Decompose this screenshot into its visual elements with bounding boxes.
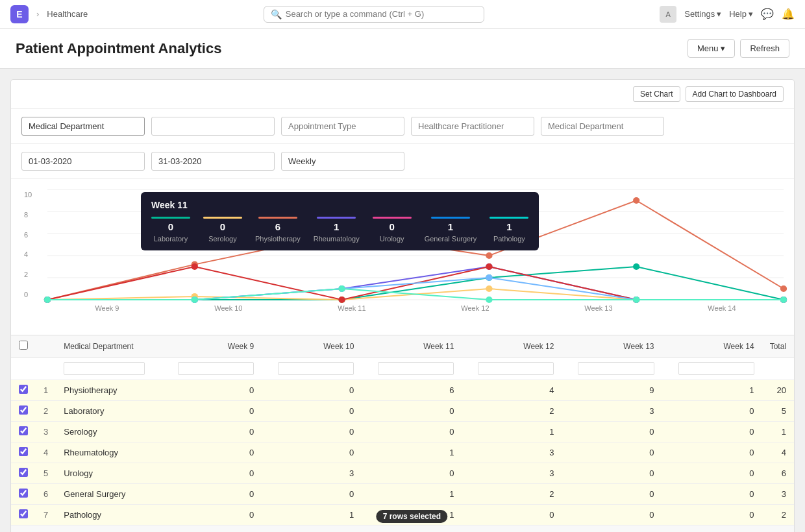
row-checkbox-cell[interactable]	[11, 380, 36, 401]
week10-filter-input[interactable]	[278, 362, 354, 375]
total-val: 1	[762, 422, 794, 442]
dept-filter-input[interactable]	[64, 362, 145, 375]
week11-val: 6	[362, 380, 462, 401]
appointment-type-filter[interactable]	[281, 117, 404, 136]
date-to-filter[interactable]	[151, 152, 275, 171]
svg-point-46	[633, 296, 639, 303]
week9-filter-input[interactable]	[178, 362, 254, 375]
help-button[interactable]: Help ▾	[729, 9, 753, 19]
dept-name: Physiotherapy	[56, 380, 162, 401]
tooltip-title: Week 11	[151, 200, 528, 210]
chart-tooltip: Week 11 0 Laboratory 0 Serology 6 Physio…	[141, 192, 539, 250]
row-checkbox-cell[interactable]	[11, 401, 36, 422]
data-table: Medical Department Week 9 Week 10 Week 1…	[11, 335, 794, 532]
add-chart-button[interactable]: Add Chart to Dashboard	[686, 86, 784, 102]
dept-name: Rheumatology	[56, 442, 162, 463]
week13-header: Week 13	[562, 335, 662, 357]
tooltip-item: 6 Physiotherapy	[255, 217, 301, 243]
week9-val: 0	[162, 380, 262, 401]
svg-point-33	[486, 263, 492, 270]
settings-button[interactable]: Settings ▾	[684, 9, 721, 19]
grand-total: 41	[762, 526, 794, 533]
dept-name: Laboratory	[56, 401, 162, 422]
table-row: 6 General Surgery 0 0 1 2 0 0 3	[11, 484, 794, 505]
table-row: 2 Laboratory 0 0 0 2 3 0 5	[11, 401, 794, 422]
svg-point-45	[486, 296, 492, 303]
week10-val: 0	[262, 484, 362, 505]
svg-point-16	[633, 263, 639, 270]
select-all-header[interactable]	[11, 335, 36, 357]
week11-val: 0	[362, 401, 462, 422]
search-icon: 🔍	[271, 9, 282, 19]
week14-val: 0	[662, 401, 762, 422]
chat-icon[interactable]: 💬	[761, 8, 774, 20]
week10-val: 3	[262, 463, 362, 484]
top-navigation: E › Healthcare 🔍 A Settings ▾ Help ▾ 💬 🔔	[0, 0, 805, 29]
row-checkbox-cell[interactable]	[11, 422, 36, 442]
row-checkbox[interactable]	[19, 447, 28, 456]
table-row: 1 Physiotherapy 0 0 6 4 9 1 20	[11, 380, 794, 401]
period-filter[interactable]	[281, 152, 404, 171]
breadcrumb-separator: ›	[36, 9, 39, 19]
svg-point-44	[338, 285, 345, 292]
week12-val: 3	[462, 463, 562, 484]
row-checkbox[interactable]	[19, 509, 28, 518]
week13-val: 9	[562, 380, 662, 401]
row-checkbox-cell[interactable]	[11, 505, 36, 526]
menu-button[interactable]: Menu ▾	[687, 39, 736, 58]
svg-point-32	[338, 296, 345, 303]
total-val: 3	[762, 484, 794, 505]
svg-point-9	[486, 252, 492, 259]
select-all-checkbox[interactable]	[19, 341, 28, 350]
bell-icon[interactable]: 🔔	[782, 8, 795, 20]
row-number: 6	[36, 484, 56, 505]
week9-val: 0	[162, 505, 262, 526]
search-bar[interactable]: 🔍	[264, 6, 484, 23]
svg-point-42	[44, 296, 51, 303]
row-checkbox[interactable]	[19, 426, 28, 435]
row-checkbox-cell[interactable]	[11, 442, 36, 463]
row-number: 3	[36, 422, 56, 442]
week12-val: 2	[462, 484, 562, 505]
date-from-filter[interactable]	[21, 152, 145, 171]
week9-val: 0	[162, 422, 262, 442]
row-checkbox-cell[interactable]	[11, 484, 36, 505]
total-w12: 15	[462, 526, 562, 533]
svg-point-11	[780, 285, 787, 292]
week10-val: 0	[262, 422, 362, 442]
week12-val: 3	[462, 442, 562, 463]
total-w14: 1	[662, 526, 762, 533]
dept-name: Pathology	[56, 505, 162, 526]
medical-department-filter[interactable]	[21, 117, 145, 136]
row-checkbox[interactable]	[19, 405, 28, 415]
week12-val: 0	[462, 505, 562, 526]
week14-filter-input[interactable]	[678, 362, 754, 375]
row-checkbox[interactable]	[19, 489, 28, 498]
table-row: 5 Urology 0 3 0 3 0 0 6	[11, 463, 794, 484]
week13-val: 0	[562, 463, 662, 484]
week12-filter-input[interactable]	[478, 362, 554, 375]
week11-val: 0	[362, 463, 462, 484]
week11-filter-input[interactable]	[378, 362, 454, 375]
week12-val: 2	[462, 401, 562, 422]
total-val: 20	[762, 380, 794, 401]
set-chart-button[interactable]: Set Chart	[633, 86, 680, 102]
department2-filter[interactable]	[151, 117, 275, 136]
week14-header: Week 14	[662, 335, 762, 357]
practitioner-filter[interactable]	[411, 117, 534, 136]
week14-val: 0	[662, 484, 762, 505]
refresh-button[interactable]: Refresh	[740, 39, 789, 58]
week13-filter-input[interactable]	[578, 362, 654, 375]
tooltip-item: 1 Rheumatology	[314, 217, 360, 243]
search-input[interactable]	[286, 9, 477, 19]
week11-val: 1	[362, 442, 462, 463]
row-checkbox[interactable]	[19, 385, 28, 394]
week9-val: 0	[162, 442, 262, 463]
row-number: 2	[36, 401, 56, 422]
row-checkbox-cell[interactable]	[11, 463, 36, 484]
dept-name: Urology	[56, 463, 162, 484]
row-checkbox[interactable]	[19, 468, 28, 477]
department3-filter[interactable]	[541, 117, 664, 136]
week9-header: Week 9	[162, 335, 262, 357]
week12-val: 4	[462, 380, 562, 401]
